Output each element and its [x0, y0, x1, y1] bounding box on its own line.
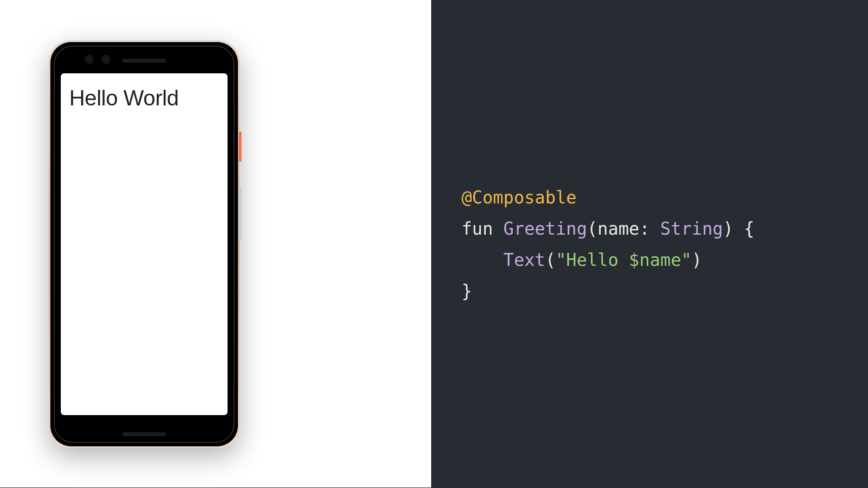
code-type: String [660, 219, 723, 239]
hello-world-text: Hello World [69, 85, 219, 111]
code-brace: } [462, 281, 472, 301]
code-paren: ) [723, 219, 744, 239]
code-indent [462, 250, 503, 270]
code-paren: ( [587, 219, 597, 239]
phone-top-bar [50, 50, 238, 72]
code-param-name: name [597, 219, 639, 239]
code-paren: ) [692, 250, 702, 270]
code-function-name: Greeting [503, 219, 587, 239]
code-paren: ( [545, 250, 556, 270]
volume-button-icon [239, 188, 241, 240]
preview-panel: Hello World [0, 0, 431, 488]
code-panel: @Composable fun Greeting(name: String) {… [431, 0, 868, 488]
speaker-icon [122, 59, 166, 62]
code-brace: { [744, 219, 754, 239]
phone-screen: Hello World [61, 73, 228, 415]
code-function-call: Text [503, 250, 545, 270]
phone-bottom-bar [50, 432, 238, 436]
phone-body: Hello World [50, 42, 238, 446]
phone-mockup: Hello World [49, 40, 240, 448]
speaker-icon [122, 432, 166, 436]
code-string-literal: "Hello $name" [556, 250, 692, 270]
code-keyword-fun: fun [462, 219, 503, 239]
code-colon: : [639, 219, 660, 239]
code-block: @Composable fun Greeting(name: String) {… [462, 182, 754, 307]
code-annotation: @Composable [462, 187, 577, 207]
power-button-icon [239, 131, 241, 162]
